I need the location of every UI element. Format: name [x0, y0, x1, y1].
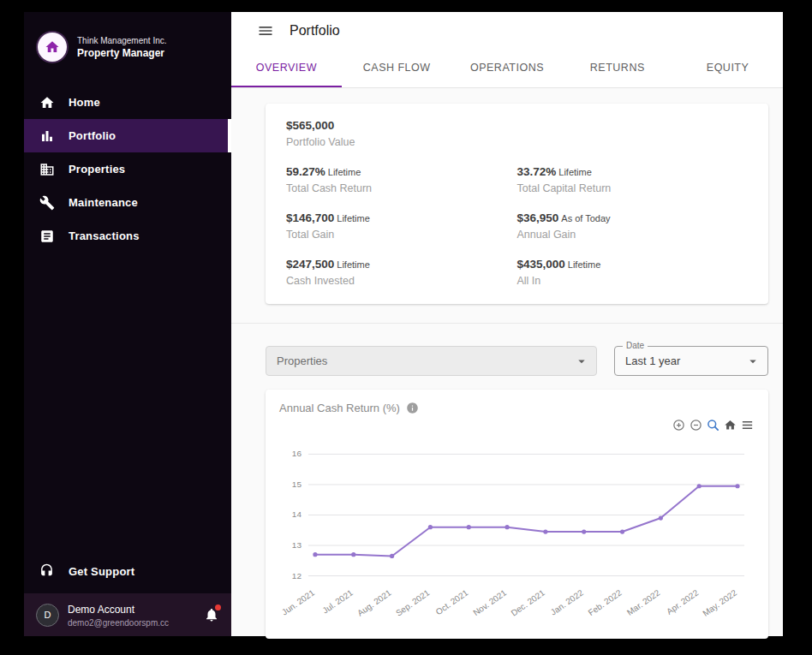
svg-text:Jul. 2021: Jul. 2021: [320, 587, 355, 615]
chart-title: Annual Cash Return (%): [279, 402, 400, 414]
svg-text:Oct. 2021: Oct. 2021: [434, 587, 470, 616]
annual-cash-return-card: Annual Cash Return (%): [266, 390, 768, 639]
portfolio-tabs: OVERVIEW CASH FLOW OPERATIONS RETURNS EQ…: [231, 50, 783, 88]
zoom-in-icon[interactable]: [672, 418, 686, 432]
org-logo-home-icon: [38, 33, 67, 62]
sidebar-spacer: [24, 253, 231, 554]
svg-text:Apr. 2022: Apr. 2022: [665, 587, 701, 616]
user-avatar: D: [36, 604, 59, 627]
org-name: Think Management Inc.: [77, 34, 167, 47]
menu-hamburger-icon[interactable]: [257, 22, 274, 39]
notifications-bell-icon[interactable]: [204, 607, 219, 622]
svg-text:13: 13: [292, 540, 302, 550]
org-header: Think Management Inc. Property Manager: [24, 12, 231, 74]
date-select-value: Last 1 year: [625, 354, 680, 367]
svg-text:Sep. 2021: Sep. 2021: [394, 587, 432, 617]
main-area: Portfolio OVERVIEW CASH FLOW OPERATIONS …: [231, 12, 783, 636]
zoom-out-icon[interactable]: [689, 418, 703, 432]
org-role: Property Manager: [77, 47, 167, 61]
svg-text:15: 15: [292, 479, 302, 489]
tab-cash-flow[interactable]: CASH FLOW: [342, 50, 452, 87]
user-name: Demo Account: [68, 602, 195, 617]
user-email: demo2@greendoorspm.cc: [68, 617, 195, 628]
svg-text:Feb. 2022: Feb. 2022: [587, 587, 624, 617]
date-select[interactable]: Date Last 1 year: [614, 346, 768, 376]
stat-portfolio-value: $565,000 Portfolio Value: [286, 117, 748, 148]
svg-text:May. 2022: May. 2022: [701, 587, 738, 618]
home-icon: [39, 95, 55, 110]
app-window: Think Management Inc. Property Manager H…: [24, 12, 783, 636]
org-text: Think Management Inc. Property Manager: [77, 34, 167, 61]
svg-text:16: 16: [292, 449, 302, 458]
headset-icon: [39, 563, 55, 579]
sidebar: Think Management Inc. Property Manager H…: [24, 12, 231, 636]
svg-text:12: 12: [292, 571, 302, 581]
chart-toolbar: [279, 418, 755, 433]
svg-text:Jun. 2021: Jun. 2021: [280, 587, 317, 616]
stat-total-capital-return: 33.72%Lifetime Total Capital Return: [517, 164, 749, 194]
properties-select[interactable]: Properties: [266, 346, 597, 376]
stat-cash-invested: $247,500Lifetime Cash Invested: [286, 256, 517, 287]
get-support-button[interactable]: Get Support: [24, 554, 231, 588]
page-title: Portfolio: [290, 23, 340, 39]
section-divider: [231, 323, 783, 324]
stat-annual-gain: $36,950As of Today Annual Gain: [517, 210, 749, 241]
user-info: Demo Account demo2@greendoorspm.cc: [68, 602, 195, 628]
user-account-bar[interactable]: D Demo Account demo2@greendoorspm.cc: [24, 593, 231, 636]
topbar: Portfolio: [231, 12, 783, 50]
stat-total-gain: $146,700Lifetime Total Gain: [286, 210, 517, 241]
sidebar-nav: Home Portfolio Properties Maintenance: [24, 86, 231, 253]
tab-overview[interactable]: OVERVIEW: [231, 50, 342, 87]
cash-return-chart[interactable]: 1213141516Jun. 2021Jul. 2021Aug. 2021Sep…: [279, 433, 755, 628]
bar-chart-icon: [39, 128, 55, 144]
stat-total-cash-return: 59.27%Lifetime Total Cash Return: [286, 164, 517, 194]
chevron-down-icon: [745, 354, 761, 369]
filters-row: Properties Date Last 1 year: [266, 346, 768, 376]
content-area: $565,000 Portfolio Value 59.27%Lifetime …: [231, 88, 783, 639]
sidebar-item-properties[interactable]: Properties: [24, 152, 231, 186]
stat-all-in: $435,000Lifetime All In: [517, 256, 749, 287]
sidebar-item-portfolio[interactable]: Portfolio: [24, 119, 231, 152]
tab-equity[interactable]: EQUITY: [672, 50, 783, 87]
chart-menu-icon[interactable]: [740, 418, 755, 432]
wrench-icon: [39, 195, 55, 211]
portfolio-stats-card: $565,000 Portfolio Value 59.27%Lifetime …: [266, 104, 768, 304]
chevron-down-icon: [574, 354, 589, 369]
box-zoom-magnifier-icon[interactable]: [706, 418, 720, 432]
notification-dot: [215, 604, 221, 610]
svg-text:Nov. 2021: Nov. 2021: [471, 587, 508, 617]
sidebar-item-home[interactable]: Home: [24, 86, 231, 119]
svg-text:Jan. 2022: Jan. 2022: [549, 587, 586, 616]
building-icon: [39, 162, 55, 177]
svg-text:Dec. 2021: Dec. 2021: [509, 587, 546, 617]
svg-text:Mar. 2022: Mar. 2022: [625, 587, 662, 617]
reset-axes-home-icon[interactable]: [723, 418, 737, 432]
date-select-label: Date: [623, 341, 648, 351]
sidebar-item-transactions[interactable]: Transactions: [24, 219, 231, 253]
svg-text:Aug. 2021: Aug. 2021: [355, 587, 393, 617]
sidebar-item-maintenance[interactable]: Maintenance: [24, 186, 231, 219]
properties-select-value: Properties: [277, 354, 327, 367]
tab-returns[interactable]: RETURNS: [562, 50, 672, 87]
svg-text:14: 14: [292, 509, 302, 519]
info-icon[interactable]: [406, 402, 419, 414]
tab-operations[interactable]: OPERATIONS: [452, 50, 563, 87]
receipt-icon: [39, 229, 55, 244]
